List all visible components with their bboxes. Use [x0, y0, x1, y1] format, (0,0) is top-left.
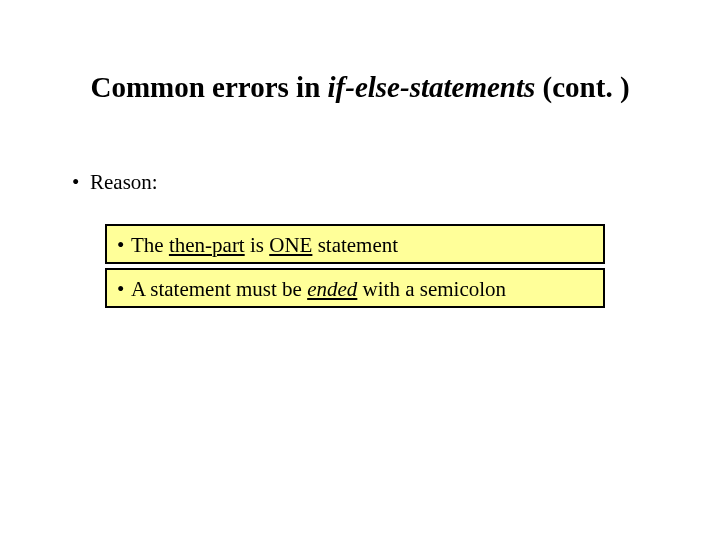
title-pre: Common errors in [90, 71, 327, 103]
underlined-one: ONE [269, 233, 312, 257]
reason-label: Reason: [90, 170, 158, 194]
slide: Common errors in if-else-statements (con… [0, 0, 720, 540]
text: The [131, 233, 169, 257]
underlined-ended: ended [307, 277, 357, 301]
bullet-icon: • [117, 276, 131, 302]
reason-bullet-line: •Reason: [72, 170, 158, 195]
text: statement [312, 233, 398, 257]
callout-semicolon: •A statement must be ended with a semico… [105, 268, 605, 308]
text: A statement must be [131, 277, 307, 301]
title-italic: if-else-statements [328, 71, 536, 103]
text: with a semicolon [357, 277, 506, 301]
title-post: (cont. ) [535, 71, 629, 103]
bullet-icon: • [72, 170, 90, 195]
callout-then-part: •The then-part is ONE statement [105, 224, 605, 264]
underlined-then-part: then-part [169, 233, 245, 257]
text: is [245, 233, 270, 257]
bullet-icon: • [117, 232, 131, 258]
slide-title: Common errors in if-else-statements (con… [0, 72, 720, 104]
